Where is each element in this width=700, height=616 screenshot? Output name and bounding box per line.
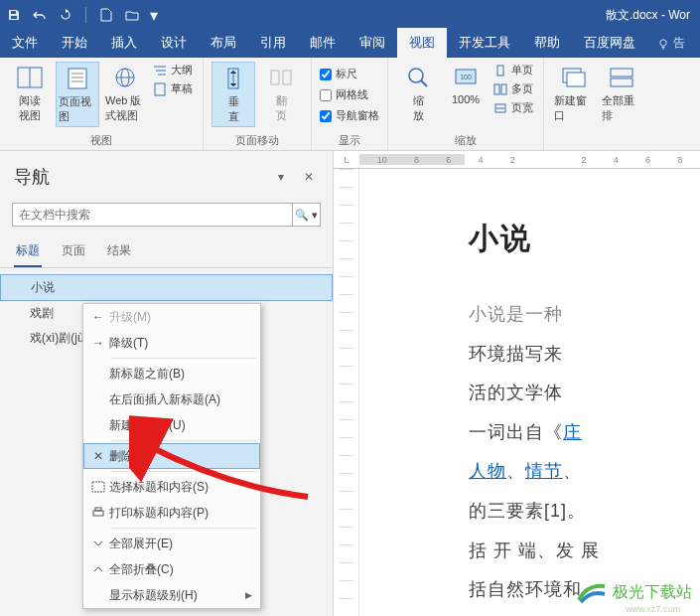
page-width-button[interactable]: 页宽	[491, 99, 535, 116]
menu-show-levels[interactable]: 显示标题级别(H)▶	[83, 582, 260, 608]
bulb-icon	[657, 38, 669, 50]
tab-baidu[interactable]: 百度网盘	[572, 28, 647, 58]
chevron-down-icon[interactable]: ▾	[271, 167, 291, 187]
group-page-movement: 垂 直 翻 页 页面移动	[204, 58, 312, 150]
group-label-show: 显示	[320, 133, 379, 148]
search-input[interactable]	[13, 204, 292, 226]
redo-icon[interactable]	[58, 7, 73, 23]
nav-tab-results[interactable]: 结果	[105, 236, 133, 267]
multi-page-icon	[493, 83, 507, 95]
paragraph-text[interactable]: 的三要素[1]。	[469, 492, 700, 532]
context-menu: ←升级(M) →降级(T) 新标题之前(B) 在后面插入新标题(A) 新建副标题…	[82, 303, 261, 609]
arrange-all-button[interactable]: 全部重排	[600, 62, 643, 125]
page-width-icon	[493, 102, 507, 114]
paragraph-text[interactable]: 活的文学体	[469, 374, 700, 413]
logo-icon	[577, 580, 607, 604]
tab-review[interactable]: 审阅	[348, 28, 397, 58]
dropdown-icon[interactable]: ▾	[150, 7, 158, 23]
new-window-button[interactable]: 新建窗口	[552, 62, 596, 125]
close-icon[interactable]: ✕	[299, 167, 319, 187]
expand-icon	[87, 538, 109, 549]
save-icon[interactable]	[6, 7, 22, 23]
svg-rect-0	[11, 11, 16, 14]
tab-layout[interactable]: 布局	[199, 28, 248, 58]
read-mode-button[interactable]: 阅读 视图	[8, 62, 52, 125]
new-window-icon	[560, 64, 588, 91]
document-area[interactable]: 小说 小说是一种 环境描写来 活的文学体 一词出自《庄 人物、情节、 的三要素[…	[359, 169, 700, 616]
menu-new-before[interactable]: 新标题之前(B)	[83, 361, 260, 386]
paragraph-text[interactable]: 括 开 端、发 展	[469, 532, 700, 571]
draft-button[interactable]: 草稿	[151, 80, 195, 97]
svg-rect-15	[283, 71, 291, 84]
tab-design[interactable]: 设计	[149, 28, 199, 58]
nav-item[interactable]: 小说	[0, 274, 333, 301]
gridlines-checkbox[interactable]: 网格线	[320, 86, 379, 103]
svg-rect-20	[497, 66, 503, 76]
outline-button[interactable]: 大纲	[151, 62, 195, 78]
nav-tab-pages[interactable]: 页面	[60, 236, 87, 267]
separator	[111, 440, 256, 441]
navigation-pane-checkbox[interactable]: 导航窗格	[320, 107, 379, 124]
menu-print-content[interactable]: 打印标题和内容(P)	[83, 500, 260, 526]
undo-icon[interactable]	[32, 7, 48, 23]
tab-help[interactable]: 帮助	[522, 28, 572, 58]
vertical-ruler[interactable]	[334, 169, 359, 616]
group-show: 标尺 网格线 导航窗格 显示	[312, 58, 388, 150]
tab-insert[interactable]: 插入	[99, 28, 149, 58]
svg-rect-29	[93, 511, 103, 516]
menu-select-content[interactable]: 选择标题和内容(S)	[83, 474, 260, 500]
menu-promote: ←升级(M)	[83, 304, 260, 330]
horizontal-ruler[interactable]: 10 8 6 4 2 2 4 6 8	[359, 151, 700, 169]
menu-collapse-all[interactable]: 全部折叠(C)	[83, 556, 260, 582]
tell-me[interactable]: 告	[647, 29, 695, 58]
multi-page-button[interactable]: 多页	[491, 80, 535, 97]
svg-rect-26	[611, 69, 632, 77]
paragraph-text[interactable]: 人物、情节、	[469, 452, 700, 492]
hyperlink[interactable]: 庄	[563, 422, 582, 442]
nav-tab-headings[interactable]: 标题	[14, 236, 42, 267]
tab-mailings[interactable]: 邮件	[298, 28, 348, 58]
zoom-button[interactable]: 缩 放	[396, 62, 440, 125]
group-label-page-movement: 页面移动	[211, 133, 303, 148]
menu-demote[interactable]: →降级(T)	[83, 330, 260, 356]
heading-1[interactable]: 小说	[469, 219, 700, 259]
tab-developer[interactable]: 开发工具	[447, 28, 522, 58]
nav-tabs: 标题 页面 结果	[0, 236, 333, 268]
arrow-right-icon: →	[87, 336, 109, 350]
menu-insert-after[interactable]: 在后面插入新标题(A)	[83, 386, 260, 412]
ribbon-tabs: 文件 开始 插入 设计 布局 引用 邮件 审阅 视图 开发工具 帮助 百度网盘 …	[0, 30, 700, 58]
svg-text:100: 100	[460, 74, 472, 80]
new-doc-icon[interactable]	[98, 7, 114, 23]
nav-title: 导航	[14, 165, 263, 189]
menu-expand-all[interactable]: 全部展开(E)	[83, 531, 260, 556]
paragraph-text[interactable]: 小说是一种	[469, 295, 700, 335]
search-button[interactable]: 🔍 ▾	[292, 204, 320, 226]
title-bar: ▾ 散文.docx - Wor	[0, 0, 700, 30]
tab-file[interactable]: 文件	[0, 28, 50, 58]
ribbon: 阅读 视图 页面视图 Web 版式视图 大纲 草稿 视图 垂 直 翻 页 页面移…	[0, 58, 700, 151]
menu-delete[interactable]: ✕删除(D)	[83, 443, 260, 469]
group-window: 新建窗口 全部重排	[544, 58, 651, 150]
group-views: 阅读 视图 页面视图 Web 版式视图 大纲 草稿 视图	[0, 58, 204, 150]
print-layout-button[interactable]: 页面视图	[56, 62, 99, 127]
paragraph-text[interactable]: 一词出自《庄	[469, 413, 700, 453]
watermark: 极光下载站	[577, 580, 692, 604]
open-icon[interactable]	[124, 7, 140, 23]
tab-home[interactable]: 开始	[50, 28, 99, 58]
svg-point-2	[660, 39, 666, 45]
menu-new-sub[interactable]: 新建副标题(U)	[83, 412, 260, 438]
hundred-percent-button[interactable]: 100100%	[444, 62, 488, 107]
hyperlink[interactable]: 情节	[525, 461, 563, 481]
hundred-icon: 100	[452, 64, 480, 91]
side-to-side-button[interactable]: 翻 页	[259, 62, 303, 125]
ruler-checkbox[interactable]: 标尺	[320, 66, 379, 82]
hyperlink[interactable]: 人物	[469, 461, 506, 481]
one-page-button[interactable]: 单页	[491, 62, 535, 78]
draft-icon	[153, 82, 167, 96]
paragraph-text[interactable]: 环境描写来	[469, 335, 700, 375]
web-layout-button[interactable]: Web 版式视图	[103, 62, 147, 125]
separator	[111, 471, 256, 472]
vertical-button[interactable]: 垂 直	[211, 62, 255, 127]
tab-view[interactable]: 视图	[397, 28, 447, 58]
tab-references[interactable]: 引用	[248, 28, 298, 58]
